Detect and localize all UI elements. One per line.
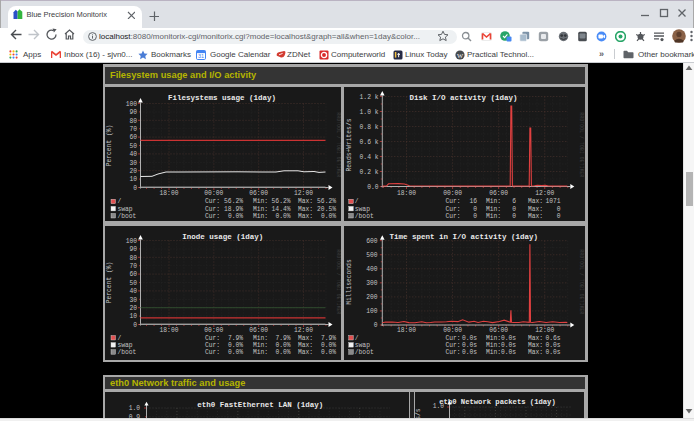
svg-text:1.0 k: 1.0 k (359, 109, 378, 116)
svg-text:06:00: 06:00 (249, 327, 268, 334)
svg-text:30: 30 (129, 160, 137, 167)
svg-text:40: 40 (129, 288, 137, 295)
svg-text:0: 0 (473, 206, 477, 213)
svg-text:RRDTOOL / TOBI OETIKER: RRDTOOL / TOBI OETIKER (579, 249, 584, 314)
svg-text:0.0s: 0.0s (461, 349, 476, 356)
svg-text:0.0s: 0.0s (500, 342, 515, 349)
svg-text:Cur:: Cur: (205, 213, 220, 220)
svg-text:0: 0 (473, 213, 477, 220)
svg-text:Min:: Min: (485, 206, 500, 213)
svg-text:200: 200 (366, 294, 378, 301)
svg-text:Min:: Min: (485, 342, 500, 349)
svg-text:40: 40 (129, 151, 137, 158)
svg-text:Cur:: Cur: (445, 349, 460, 356)
svg-text:Max:: Max: (298, 335, 313, 342)
svg-text:/boot: /boot (118, 213, 137, 220)
svg-text:18:00: 18:00 (160, 190, 179, 197)
svg-text:Milliseconds: Milliseconds (346, 259, 353, 305)
svg-text:100: 100 (126, 101, 138, 108)
svg-text:50: 50 (129, 280, 137, 287)
svg-text:Max:: Max: (527, 342, 542, 349)
svg-text:Min:: Min: (253, 213, 268, 220)
svg-text:0.0%: 0.0% (321, 213, 336, 220)
svg-text:RRDTOOL / TOBI OETIKER: RRDTOOL / TOBI OETIKER (579, 112, 584, 177)
svg-text:60: 60 (129, 271, 137, 278)
svg-text:7.9%: 7.9% (275, 335, 290, 342)
svg-text:Min:: Min: (485, 198, 500, 205)
svg-text:12:00: 12:00 (535, 190, 554, 197)
svg-text:Cur:: Cur: (205, 206, 220, 213)
svg-text:Min:: Min: (485, 349, 500, 356)
svg-text:Filesystems usage (1day): Filesystems usage (1day) (168, 94, 276, 102)
svg-text:7.9%: 7.9% (228, 335, 243, 342)
svg-text:00:00: 00:00 (443, 327, 462, 334)
svg-text:0.6s: 0.6s (545, 335, 560, 342)
svg-text:56.2%: 56.2% (317, 198, 336, 205)
svg-text:0.0s: 0.0s (461, 335, 476, 342)
svg-text:0.0s: 0.0s (500, 335, 515, 342)
svg-text:0: 0 (556, 213, 560, 220)
svg-text:Reads+Writes/s: Reads+Writes/s (346, 118, 353, 171)
svg-text:Min:: Min: (253, 335, 268, 342)
svg-text:Cur:: Cur: (445, 342, 460, 349)
svg-text:0.0%: 0.0% (228, 213, 243, 220)
svg-text:0: 0 (133, 322, 137, 329)
svg-text:0.0s: 0.0s (500, 349, 515, 356)
svg-text:/: / (354, 335, 358, 342)
svg-text:swap: swap (354, 342, 369, 349)
svg-text:0.2 k: 0.2 k (359, 169, 378, 176)
svg-text:Inode usage (1day): Inode usage (1day) (182, 233, 263, 241)
svg-text:eth0 Network packets (1day): eth0 Network packets (1day) (439, 398, 555, 406)
svg-text:Cur:: Cur: (445, 213, 460, 220)
svg-text:0: 0 (512, 213, 516, 220)
svg-text:18:00: 18:00 (397, 190, 416, 197)
svg-text:Cur:: Cur: (205, 198, 220, 205)
svg-text:Packets/s: Packets/s (415, 408, 422, 418)
svg-text:0.0%: 0.0% (228, 342, 243, 349)
svg-text:12:00: 12:00 (294, 327, 313, 334)
svg-text:1071: 1071 (545, 198, 560, 205)
svg-text:100: 100 (366, 308, 378, 315)
svg-text:Max:: Max: (527, 206, 542, 213)
svg-text:/boot: /boot (118, 349, 137, 356)
svg-text:Max:: Max: (527, 335, 542, 342)
svg-text:6: 6 (512, 198, 516, 205)
svg-text:0.0%: 0.0% (275, 213, 290, 220)
svg-text:18:00: 18:00 (397, 327, 416, 334)
svg-text:0: 0 (373, 322, 377, 329)
svg-text:Min:: Min: (253, 206, 268, 213)
svg-text:06:00: 06:00 (249, 190, 268, 197)
svg-text:90: 90 (129, 109, 137, 116)
svg-text:0: 0 (133, 185, 137, 192)
svg-text:swap: swap (118, 342, 133, 349)
svg-text:0.8 k: 0.8 k (359, 124, 378, 131)
svg-text:20.5%: 20.5% (317, 206, 336, 213)
svg-text:06:00: 06:00 (489, 190, 508, 197)
svg-text:0.0%: 0.0% (275, 349, 290, 356)
svg-text:Max:: Max: (298, 198, 313, 205)
svg-text:Cur:: Cur: (205, 342, 220, 349)
svg-text:30: 30 (129, 297, 137, 304)
svg-text:20: 20 (129, 305, 137, 312)
svg-text:100: 100 (126, 238, 138, 245)
svg-text:0.6 k: 0.6 k (359, 139, 378, 146)
svg-text:0.0s: 0.0s (461, 342, 476, 349)
svg-text:56.2%: 56.2% (224, 198, 243, 205)
svg-text:0.0: 0.0 (367, 184, 379, 191)
svg-text:80: 80 (129, 118, 137, 125)
svg-text:Max:: Max: (527, 349, 542, 356)
svg-text:0.0s: 0.0s (545, 342, 560, 349)
svg-text:Disk I/O activity (1day): Disk I/O activity (1day) (409, 94, 517, 102)
svg-text:1.0: 1.0 (432, 403, 444, 410)
svg-text:31: 31 (198, 53, 204, 59)
svg-text:90: 90 (129, 246, 137, 253)
svg-text:swap: swap (354, 206, 369, 213)
svg-text:50: 50 (129, 143, 137, 150)
svg-text:60: 60 (129, 134, 137, 141)
svg-text:0.0s: 0.0s (545, 349, 560, 356)
svg-text:Min:: Min: (253, 198, 268, 205)
svg-text:400: 400 (366, 266, 378, 273)
svg-text:swap: swap (118, 206, 133, 213)
svg-text:Max:: Max: (527, 213, 542, 220)
svg-text:0.0%: 0.0% (321, 349, 336, 356)
